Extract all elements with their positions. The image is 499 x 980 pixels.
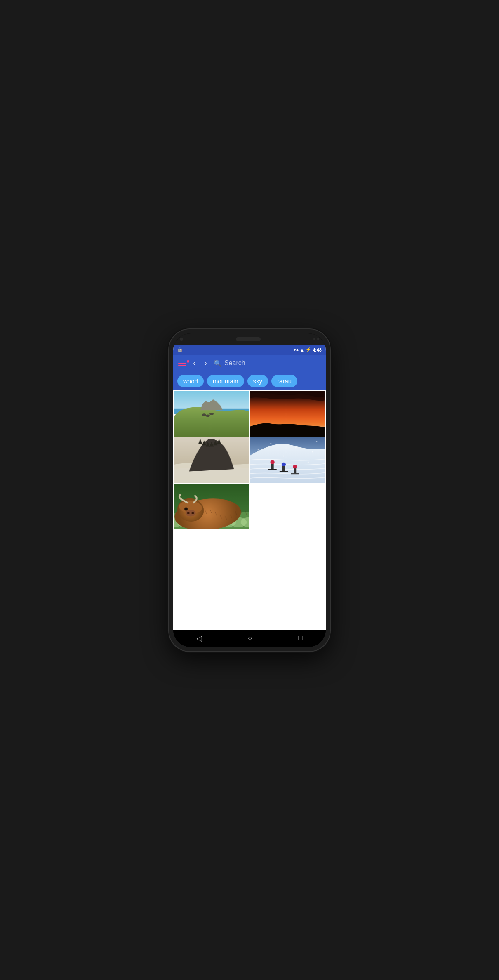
speaker: [236, 337, 261, 341]
battery-icon: ⚡: [306, 347, 311, 352]
camera: [180, 338, 183, 341]
grid-row-2: [174, 437, 325, 483]
menu-button-wrapper[interactable]: ♥: [178, 361, 186, 366]
image-item-5[interactable]: [174, 484, 249, 529]
android-icon: 🤖: [177, 347, 182, 352]
image-mountain-meadow[interactable]: [174, 391, 249, 437]
tag-chip-mountain[interactable]: mountain: [207, 375, 244, 387]
sensor-dot-2: [317, 338, 319, 340]
bottom-nav: ◁ ○ □: [173, 630, 326, 647]
menu-line-2: [178, 363, 186, 364]
phone-frame: 🤖 ▾▴ ▲ ⚡ 4:48 ♥: [169, 329, 330, 651]
image-foggy-mountains[interactable]: [174, 437, 249, 483]
tag-chip-sky[interactable]: sky: [247, 375, 268, 387]
sensor-dot: [313, 338, 315, 340]
forward-button[interactable]: ›: [202, 358, 209, 368]
app-bar: ♥ ‹ › 🔍 Search: [173, 355, 326, 372]
nav-home-button[interactable]: ○: [248, 634, 252, 642]
image-grid: [173, 390, 326, 630]
menu-icon[interactable]: [178, 361, 186, 366]
status-right: ▾▴ ▲ ⚡ 4:48: [294, 347, 322, 352]
image-sunset-sky[interactable]: [250, 391, 325, 437]
menu-line-3: [178, 365, 186, 366]
tags-row: wood mountain sky rarau: [173, 372, 326, 390]
back-button[interactable]: ‹: [191, 358, 198, 368]
search-icon: 🔍: [214, 359, 222, 367]
search-area[interactable]: 🔍 Search: [214, 359, 321, 367]
signal-icon: ▲: [300, 347, 304, 352]
image-item-4[interactable]: [250, 437, 325, 483]
tag-chip-rarau[interactable]: rarau: [271, 375, 297, 387]
image-highland-cow[interactable]: [174, 484, 249, 529]
image-item-2[interactable]: [250, 391, 325, 437]
sensors: [313, 338, 319, 340]
time-display: 4:48: [313, 347, 322, 352]
nav-back-button[interactable]: ◁: [196, 634, 202, 643]
phone-inner: 🤖 ▾▴ ▲ ⚡ 4:48 ♥: [173, 333, 326, 647]
image-empty-slot: [250, 484, 325, 529]
heart-badge-icon: ♥: [186, 358, 190, 365]
image-item-1[interactable]: [174, 391, 249, 437]
image-item-3[interactable]: [174, 437, 249, 483]
status-left: 🤖: [177, 347, 182, 352]
search-placeholder: Search: [224, 359, 245, 367]
nav-recent-button[interactable]: □: [298, 634, 303, 642]
image-snowy-skiers[interactable]: [250, 437, 325, 483]
menu-line-1: [178, 361, 186, 361]
phone-top-hardware: [173, 333, 326, 345]
wifi-icon: ▾▴: [294, 347, 299, 352]
screen: 🤖 ▾▴ ▲ ⚡ 4:48 ♥: [173, 345, 326, 630]
status-bar: 🤖 ▾▴ ▲ ⚡ 4:48: [173, 345, 326, 355]
grid-row-3: [174, 484, 325, 529]
tag-chip-wood[interactable]: wood: [177, 375, 204, 387]
grid-row-1: [174, 391, 325, 437]
